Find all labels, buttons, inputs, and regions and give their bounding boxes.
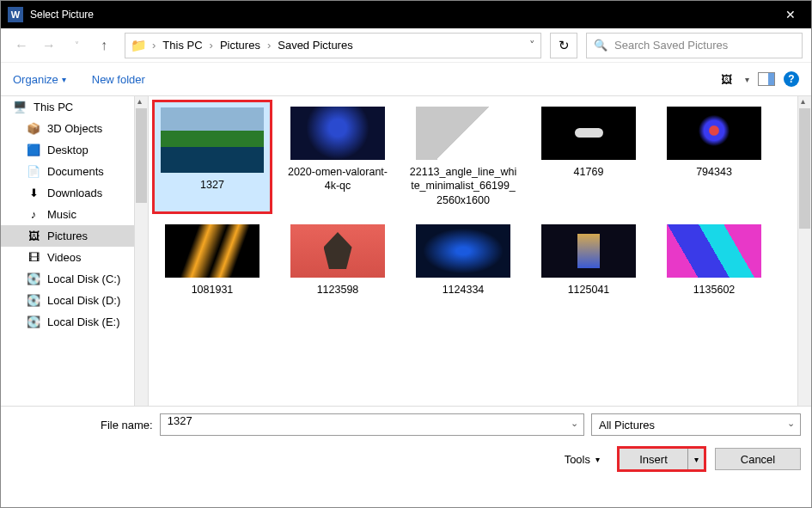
crumb-saved-pictures[interactable]: Saved Pictures xyxy=(274,39,356,52)
file-type-filter[interactable]: All Pictures ⌄ xyxy=(591,413,801,436)
new-folder-button[interactable]: New folder xyxy=(92,73,145,86)
file-name-input[interactable]: 1327 ⌄ xyxy=(160,413,584,436)
file-thumbnail xyxy=(667,107,761,160)
file-name-label: 794343 xyxy=(696,165,732,179)
body: 🖥️This PC📦3D Objects🟦Desktop📄Documents⬇D… xyxy=(1,95,811,407)
sidebar-item-label: Music xyxy=(47,208,76,221)
refresh-button[interactable]: ↻ xyxy=(550,33,577,58)
file-name-label: 1123598 xyxy=(317,283,359,297)
chevron-down-icon[interactable]: ▾ xyxy=(745,75,749,84)
sidebar-item-label: Local Disk (E:) xyxy=(47,315,120,328)
folder-type-icon: 💽 xyxy=(27,315,40,328)
toolbar: Organize ▾ New folder 🖼 ▾ ? xyxy=(1,63,811,95)
sidebar: 🖥️This PC📦3D Objects🟦Desktop📄Documents⬇D… xyxy=(1,96,149,406)
folder-type-icon: 💽 xyxy=(27,294,40,307)
chevron-down-icon: ▾ xyxy=(595,455,600,464)
sidebar-item-desktop[interactable]: 🟦Desktop xyxy=(1,139,148,161)
titlebar: W Select Picture ✕ xyxy=(1,1,811,28)
file-name-label: 1081931 xyxy=(192,283,234,297)
file-item[interactable]: 2020-omen-valorant-4k-qc xyxy=(278,100,398,214)
back-button[interactable]: ← xyxy=(9,34,34,58)
file-item[interactable]: 1327 xyxy=(152,100,272,214)
folder-type-icon: ⬇ xyxy=(27,187,40,199)
word-icon: W xyxy=(8,7,23,22)
content-scrollbar[interactable] xyxy=(797,96,811,406)
chevron-down-icon[interactable]: ⌄ xyxy=(787,418,795,429)
file-grid: 13272020-omen-valorant-4k-qc22113_angle_… xyxy=(149,96,811,406)
file-thumbnail xyxy=(290,224,385,278)
up-button[interactable]: ↑ xyxy=(92,34,116,58)
file-name-label: 1135602 xyxy=(693,283,736,297)
insert-button[interactable]: Insert ▾ xyxy=(617,446,706,472)
sidebar-item-label: 3D Objects xyxy=(47,122,102,135)
sidebar-item-videos[interactable]: 🎞Videos xyxy=(1,247,148,268)
file-item[interactable]: 1125041 xyxy=(528,217,649,303)
sidebar-item-pictures[interactable]: 🖼Pictures xyxy=(1,225,148,247)
file-thumbnail xyxy=(165,224,259,278)
cancel-label: Cancel xyxy=(741,453,775,466)
organize-menu[interactable]: Organize ▾ xyxy=(13,73,66,86)
tools-menu[interactable]: Tools ▾ xyxy=(565,453,600,466)
file-thumbnail xyxy=(416,224,510,278)
crumb-this-pc[interactable]: This PC xyxy=(159,39,205,52)
sidebar-item-downloads[interactable]: ⬇Downloads xyxy=(1,182,148,204)
footer: File name: 1327 ⌄ All Pictures ⌄ Tools ▾… xyxy=(1,407,811,484)
search-input[interactable]: 🔍 Search Saved Pictures xyxy=(586,33,803,58)
file-thumbnail xyxy=(416,107,510,160)
view-mode-button[interactable]: 🖼 xyxy=(716,71,736,87)
insert-label: Insert xyxy=(620,449,688,469)
sidebar-item-local-disk-d-[interactable]: 💽Local Disk (D:) xyxy=(1,290,148,311)
sidebar-item-music[interactable]: ♪Music xyxy=(1,204,148,225)
chevron-down-icon[interactable]: ⌄ xyxy=(571,418,578,429)
sidebar-item-label: Local Disk (D:) xyxy=(47,294,120,307)
sidebar-item-label: Pictures xyxy=(47,230,88,242)
sidebar-item-label: Videos xyxy=(47,251,82,264)
file-item[interactable]: 1123598 xyxy=(278,217,398,303)
chevron-right-icon[interactable]: › xyxy=(210,39,213,52)
organize-label: Organize xyxy=(13,73,58,86)
chevron-right-icon[interactable]: › xyxy=(152,39,156,52)
file-item[interactable]: 22113_angle_line_white_minimalist_66199_… xyxy=(403,100,523,214)
sidebar-item-label: Desktop xyxy=(47,144,89,156)
sidebar-item-documents[interactable]: 📄Documents xyxy=(1,161,148,182)
file-name-label: 41769 xyxy=(574,165,604,179)
chevron-right-icon[interactable]: › xyxy=(267,39,271,52)
file-item[interactable]: 41769 xyxy=(528,100,649,214)
file-thumbnail xyxy=(667,224,761,278)
file-name-label: File name: xyxy=(101,419,153,431)
folder-type-icon: 🖼 xyxy=(27,230,40,242)
chevron-down-icon: ▾ xyxy=(62,75,66,84)
preview-pane-button[interactable] xyxy=(758,72,775,86)
file-thumbnail xyxy=(541,107,636,160)
folder-type-icon: 📄 xyxy=(27,165,40,178)
help-button[interactable]: ? xyxy=(784,71,799,87)
file-item[interactable]: 1081931 xyxy=(152,217,272,303)
file-item[interactable]: 794343 xyxy=(654,100,774,214)
sidebar-item-this-pc[interactable]: 🖥️This PC xyxy=(1,96,148,118)
sidebar-item-label: Downloads xyxy=(47,187,102,199)
sidebar-item-3d-objects[interactable]: 📦3D Objects xyxy=(1,118,148,139)
breadcrumb-dropdown[interactable]: ˅ xyxy=(529,39,535,52)
sidebar-item-label: Documents xyxy=(47,165,104,178)
folder-type-icon: 🖥️ xyxy=(13,101,27,113)
recent-dropdown[interactable]: ˅ xyxy=(64,34,89,58)
folder-type-icon: 📦 xyxy=(27,122,40,135)
sidebar-item-local-disk-c-[interactable]: 💽Local Disk (C:) xyxy=(1,268,148,290)
forward-button[interactable]: → xyxy=(37,34,61,58)
file-item[interactable]: 1124334 xyxy=(403,217,523,303)
file-name-label: 22113_angle_line_white_minimalist_66199_… xyxy=(409,165,517,207)
sidebar-scrollbar[interactable] xyxy=(134,96,148,406)
sidebar-item-local-disk-e-[interactable]: 💽Local Disk (E:) xyxy=(1,311,148,333)
close-button[interactable]: ✕ xyxy=(771,1,809,28)
folder-type-icon: 🎞 xyxy=(27,251,40,264)
navbar: ← → ˅ ↑ 📁 › This PC › Pictures › Saved P… xyxy=(1,28,811,63)
insert-dropdown[interactable]: ▾ xyxy=(688,455,704,464)
breadcrumb[interactable]: 📁 › This PC › Pictures › Saved Pictures … xyxy=(125,33,541,58)
window-title: Select Picture xyxy=(30,9,771,21)
file-item[interactable]: 1135602 xyxy=(654,217,774,303)
file-name-label: 1327 xyxy=(200,178,224,192)
cancel-button[interactable]: Cancel xyxy=(715,448,801,470)
crumb-pictures[interactable]: Pictures xyxy=(217,39,264,52)
file-thumbnail xyxy=(290,107,385,160)
folder-type-icon: 💽 xyxy=(27,272,40,285)
